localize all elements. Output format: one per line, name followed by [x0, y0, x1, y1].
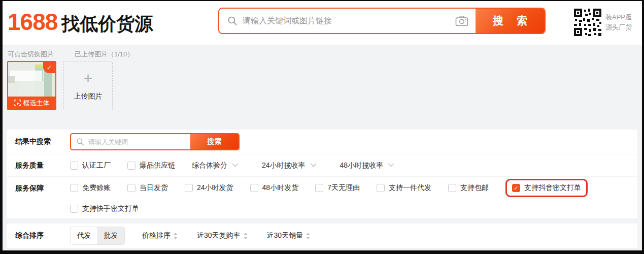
checkbox-kuaishou-encrypted-printing[interactable]: 支持快手密文打单 [70, 204, 139, 213]
result-search-row: 结果中搜索 搜索 [7, 130, 637, 154]
dropdown-48h-pickup-rate[interactable]: 48小时揽收率 [340, 161, 393, 170]
service-quality-row: 服务质量 认证工厂 爆品供应链 综合体验分 24小时揽收率 [7, 154, 637, 176]
checkbox-box [70, 205, 78, 213]
checkbox-box [70, 184, 78, 192]
crop-icon [14, 100, 21, 106]
logo[interactable]: 1688 找低价货源 [8, 10, 153, 34]
uploaded-image-thumbnail[interactable]: ✓ 框选主体 [7, 61, 56, 110]
chevron-down-icon [388, 161, 394, 167]
upload-image-button[interactable]: + 上传图片 [63, 61, 113, 110]
dropdown-experience-score[interactable]: 综合体验分 [192, 161, 236, 170]
checkbox-box [185, 184, 193, 192]
logo-tagline: 找低价货源 [61, 15, 153, 33]
app-qr-code [573, 8, 602, 37]
checkbox-box [448, 184, 456, 192]
checkbox-box [70, 162, 78, 170]
result-search-input[interactable] [88, 138, 190, 146]
upload-image-label: 上传图片 [74, 92, 103, 101]
selected-check-icon: ✓ [43, 62, 55, 73]
result-search-bar: 搜索 [70, 133, 240, 150]
crop-subject-button[interactable]: 框选主体 [8, 97, 55, 109]
sort-30day-repurchase[interactable]: 近30天复购率 [197, 231, 248, 240]
main-search-input[interactable] [243, 16, 448, 25]
mode-toggle: 代发 批发 [70, 227, 125, 245]
toggle-dropship[interactable]: 代发 [71, 227, 97, 244]
checkbox-free-shipping[interactable]: 支持包邮 [448, 183, 489, 193]
checkbox-douyin-encrypted-printing[interactable]: ✓ 支持抖音密文打单 [505, 179, 588, 197]
checkbox-same-day-shipping[interactable]: 当日发货 [127, 183, 168, 193]
plus-icon: + [84, 71, 93, 86]
sort-panel: 综合排序 代发 批发 价格排序 近30天复购率 近30天销量 [7, 224, 637, 248]
service-guarantee-label: 服务保障 [15, 184, 70, 193]
checkbox-48h-shipping[interactable]: 48小时发货 [250, 183, 299, 193]
checkbox-box [377, 184, 385, 192]
main-search-bar: 搜 索 [218, 8, 546, 34]
service-quality-label: 服务质量 [15, 161, 70, 170]
logo-1688: 1688 [8, 10, 57, 34]
app-promo-line2: 源头厂货 [605, 22, 638, 33]
app-promo-text: 装APP逛 源头厂货 [605, 12, 638, 33]
checkbox-box [250, 184, 258, 192]
main-search-input-zone [219, 9, 448, 33]
toggle-wholesale[interactable]: 批发 [97, 227, 124, 244]
checkbox-dropshipping[interactable]: 支持一件代发 [377, 183, 431, 193]
sort-arrows-icon [174, 233, 178, 239]
sort-arrows-icon [306, 233, 310, 239]
dropdown-24h-pickup-rate[interactable]: 24小时揽收率 [262, 161, 315, 170]
checkbox-box [315, 184, 323, 192]
result-search-button[interactable]: 搜索 [190, 134, 239, 149]
header: 1688 找低价货源 [3, 1, 642, 45]
page: 1688 找低价货源 [3, 1, 642, 250]
chevron-down-icon [232, 161, 238, 167]
checkbox-checked-icon: ✓ [512, 184, 520, 192]
filter-panel: 结果中搜索 搜索 服务质量 [7, 130, 637, 218]
checkbox-box [127, 162, 135, 170]
checkbox-free-credit[interactable]: 免费赊账 [70, 183, 111, 193]
switch-image-hint: 可点击切换图片 [8, 50, 54, 59]
checkbox-hot-supply-chain[interactable]: 爆品供应链 [127, 161, 175, 170]
checkbox-certified-factory[interactable]: 认证工厂 [70, 161, 111, 170]
main-search-button[interactable]: 搜 索 [476, 9, 545, 33]
screenshot-frame: 1688 找低价货源 [0, 0, 644, 254]
sort-30day-sales[interactable]: 近30天销量 [267, 231, 311, 240]
service-guarantee-row: 服务保障 免费赊账 当日发货 24小时发货 [7, 176, 637, 218]
crop-subject-label: 框选主体 [23, 99, 50, 108]
checkbox-7day-no-reason[interactable]: 7天无理由 [315, 183, 360, 193]
chevron-down-icon [310, 161, 316, 167]
uploaded-count-label: 已上传图片（1/10） [75, 50, 133, 59]
search-icon [227, 16, 238, 26]
camera-icon[interactable] [448, 9, 476, 33]
checkbox-box [127, 184, 135, 192]
sort-label: 综合排序 [15, 231, 70, 240]
checkbox-24h-shipping[interactable]: 24小时发货 [185, 183, 233, 193]
app-promo-line1: 装APP逛 [605, 12, 638, 22]
search-icon [76, 138, 84, 146]
sort-price[interactable]: 价格排序 [142, 231, 178, 240]
result-search-label: 结果中搜索 [15, 137, 70, 146]
sort-arrows-icon [244, 233, 248, 239]
